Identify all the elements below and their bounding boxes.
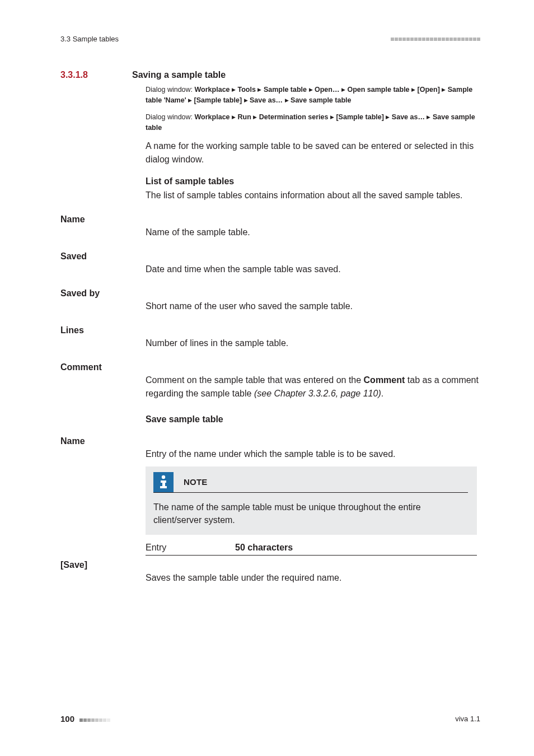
page-number: 100 bbox=[60, 714, 74, 724]
dialog1-p0: Workplace bbox=[195, 86, 230, 94]
field-saved-by-label: Saved by bbox=[60, 288, 146, 313]
dialog2-prefix: Dialog window: bbox=[146, 113, 195, 121]
intro-paragraph: A name for the working sample table to b… bbox=[146, 139, 477, 166]
comment-b: Comment bbox=[364, 375, 405, 385]
running-header: 3.3 Sample tables bbox=[60, 35, 480, 43]
entry-row: Entry 50 characters bbox=[146, 543, 477, 556]
entry-label: Entry bbox=[146, 543, 235, 553]
field-name-desc: Name of the sample table. bbox=[146, 226, 480, 239]
page: 3.3 Sample tables 3.3.1.8 Saving a sampl… bbox=[0, 0, 534, 756]
list-heading: List of sample tables bbox=[146, 176, 477, 186]
field-saved-by-desc: Short name of the user who saved the sam… bbox=[146, 300, 480, 313]
field-name-label: Name bbox=[60, 214, 146, 239]
dialog-path-2: Dialog window: Workplace ▶ Run ▶ Determi… bbox=[146, 112, 477, 134]
field-comment-label: Comment bbox=[60, 362, 146, 428]
dialog2-p0: Workplace bbox=[195, 113, 230, 121]
dialog1-p7: [Sample table] bbox=[194, 96, 242, 104]
field-save-name-desc: Entry of the name under which the sample… bbox=[146, 447, 480, 461]
dialog1-p5: [Open] bbox=[418, 86, 440, 94]
dialog1-p2: Sample table bbox=[264, 86, 307, 94]
dialog1-p1: Tools bbox=[238, 86, 256, 94]
save-heading: Save sample table bbox=[146, 413, 480, 426]
field-save-name-label: Name bbox=[60, 436, 146, 461]
dialog2-p2: Determination series bbox=[259, 113, 329, 121]
field-saved-label: Saved bbox=[60, 251, 146, 276]
footer-right: viva 1.1 bbox=[455, 715, 480, 723]
dialog1-p3: Open… bbox=[315, 86, 339, 94]
note-header: NOTE bbox=[153, 472, 468, 493]
field-saved: Saved Date and time when the sample tabl… bbox=[60, 251, 480, 276]
info-icon bbox=[153, 472, 174, 492]
comment-e: . bbox=[381, 389, 383, 398]
note-title: NOTE bbox=[184, 477, 207, 487]
dialog1-p9: Save sample table bbox=[291, 96, 351, 104]
field-saved-desc: Date and time when the sample table was … bbox=[146, 263, 480, 276]
header-decoration bbox=[390, 38, 480, 41]
entry-value: 50 characters bbox=[235, 543, 293, 553]
dialog-path-1: Dialog window: Workplace ▶ Tools ▶ Sampl… bbox=[146, 85, 477, 202]
section-heading: 3.3.1.8 Saving a sample table bbox=[60, 70, 480, 80]
comment-a: Comment on the sample table that was ent… bbox=[146, 375, 364, 385]
field-comment: Comment Comment on the sample table that… bbox=[60, 362, 480, 428]
section-number: 3.3.1.8 bbox=[60, 70, 132, 80]
list-description: The list of sample tables contains infor… bbox=[146, 189, 477, 202]
field-name: Name Name of the sample table. bbox=[60, 214, 480, 239]
comment-d: (see Chapter 3.3.2.6, page 110) bbox=[254, 389, 381, 398]
dialog1-p4: Open sample table bbox=[347, 86, 409, 94]
field-lines: Lines Number of lines in the sample tabl… bbox=[60, 325, 480, 350]
field-save-button: [Save] Saves the sample table under the … bbox=[60, 560, 480, 585]
field-saved-by: Saved by Short name of the user who save… bbox=[60, 288, 480, 313]
field-save-name: Name Entry of the name under which the s… bbox=[60, 436, 480, 461]
dialog2-p3: [Sample table] bbox=[336, 113, 383, 121]
footer-left: 100 bbox=[60, 714, 110, 724]
note-body: The name of the sample table must be uni… bbox=[153, 501, 468, 527]
page-footer: 100 viva 1.1 bbox=[60, 714, 480, 724]
dialog1-p8: Save as… bbox=[250, 96, 283, 104]
header-left: 3.3 Sample tables bbox=[60, 35, 119, 43]
svg-rect-3 bbox=[160, 486, 167, 488]
save-button-desc: Saves the sample table under the require… bbox=[146, 571, 480, 585]
svg-point-0 bbox=[162, 475, 165, 478]
dialog1-prefix: Dialog window: bbox=[146, 86, 195, 94]
footer-decoration bbox=[79, 714, 110, 724]
note-box: NOTE The name of the sample table must b… bbox=[146, 466, 477, 535]
field-lines-label: Lines bbox=[60, 325, 146, 350]
field-comment-desc: Comment on the sample table that was ent… bbox=[146, 374, 480, 400]
section-title: Saving a sample table bbox=[132, 70, 226, 80]
save-button-label: [Save] bbox=[60, 560, 146, 585]
field-lines-desc: Number of lines in the sample table. bbox=[146, 337, 480, 350]
dialog2-p1: Run bbox=[238, 113, 251, 121]
dialog2-p4: Save as… bbox=[392, 113, 425, 121]
